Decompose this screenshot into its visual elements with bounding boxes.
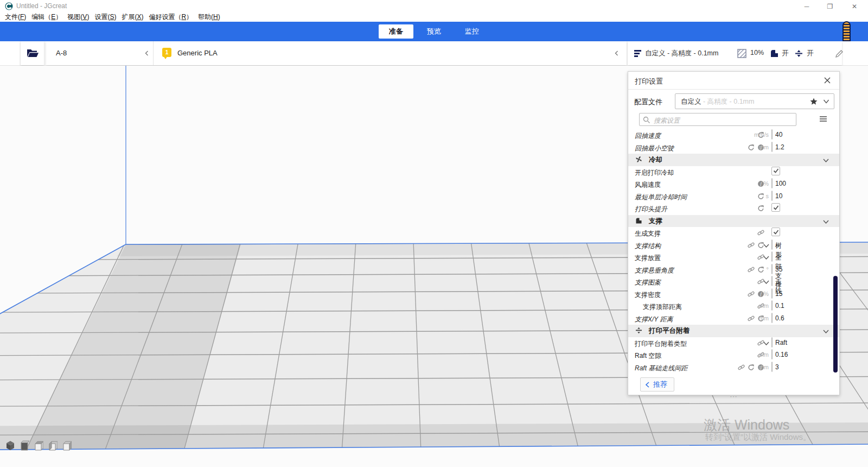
setting-input[interactable]: 3mm	[771, 362, 773, 372]
chevron-left-icon	[614, 50, 620, 56]
setting-indicators	[757, 229, 764, 236]
setting-label: 支撑密度	[635, 291, 661, 300]
chevron-down-icon	[763, 340, 770, 347]
menu-item-h[interactable]: 帮助(H)	[195, 12, 223, 22]
view-top-icon[interactable]	[34, 440, 43, 451]
setting-label: Raft 基础走线间距	[635, 364, 687, 373]
setting-indicators	[757, 193, 764, 200]
search-icon	[643, 116, 650, 124]
minimize-button[interactable]: ─	[795, 0, 819, 13]
link-icon[interactable]	[748, 315, 755, 322]
fan-icon	[635, 156, 642, 163]
menu-item-x[interactable]: 扩展(X)	[119, 12, 146, 22]
setting-input[interactable]: 0.16mm	[771, 349, 773, 359]
stage-tab-1[interactable]: 预览	[417, 24, 451, 39]
pencil-icon[interactable]	[835, 50, 843, 58]
setting-value: 0.6	[775, 314, 784, 322]
star-icon[interactable]	[810, 98, 818, 105]
windows-activation-watermark: 激活 Windows	[704, 416, 789, 434]
setting-input[interactable]: 40mm/s	[771, 129, 773, 140]
link-icon[interactable]	[738, 364, 745, 371]
panel-resize-handle[interactable]: ···	[730, 393, 738, 400]
setting-unit: °	[767, 266, 769, 273]
setting-label: 回抽最小空驶	[635, 144, 674, 153]
menu-bar: 文件(F)编辑（E）视图(V)设置(S)扩展(X)偏好设置（R）帮助(H)	[0, 12, 868, 22]
setting-select[interactable]: 全部支撑	[771, 251, 773, 262]
open-file-button[interactable]	[21, 41, 44, 65]
settings-section-16[interactable]: 打印平台附着	[628, 325, 839, 337]
material-selector[interactable]: 1 Generic PLA	[154, 41, 627, 65]
print-settings-summary-button[interactable]: 自定义 - 高精度 - 0.1mm 10% 开 开	[628, 41, 842, 65]
menu-item-e[interactable]: 编辑（E）	[29, 12, 65, 22]
undo-icon[interactable]	[757, 266, 764, 273]
view-3d-icon[interactable]	[5, 440, 15, 451]
setting-row-10: 支撑放置全部支撑	[628, 251, 839, 264]
stage-tab-2[interactable]: 监控	[455, 24, 489, 39]
view-front-icon[interactable]	[20, 440, 29, 451]
menu-item-r[interactable]: 偏好设置（R）	[146, 12, 195, 22]
panel-close-icon[interactable]	[823, 76, 832, 85]
view-right-icon[interactable]	[62, 440, 72, 451]
close-button[interactable]: ✕	[843, 0, 866, 13]
menu-item-s[interactable]: 设置(S)	[92, 12, 119, 22]
profile-dropdown[interactable]: 自定义 - 高精度 - 0.1mm	[675, 93, 834, 109]
setting-row-13: 支撑密度f15%	[628, 288, 839, 301]
stage-tab-0[interactable]: 准备	[379, 24, 413, 39]
setting-select[interactable]: Raft	[771, 337, 773, 348]
section-chevron-icon	[822, 218, 829, 225]
setting-checkbox[interactable]	[771, 228, 780, 236]
setting-input[interactable]: 35°	[771, 264, 773, 274]
setting-select[interactable]: 走线	[771, 276, 773, 286]
setting-select[interactable]: 树形	[771, 239, 773, 250]
setting-input[interactable]: 10s	[771, 191, 773, 201]
restore-button[interactable]: ❐	[818, 0, 842, 13]
summary-adhesion: 开	[807, 49, 814, 58]
setting-input[interactable]: 15%	[771, 288, 773, 299]
setting-indicators	[748, 266, 764, 273]
checkmark-icon	[773, 204, 780, 211]
link-icon[interactable]	[748, 291, 755, 298]
undo-icon[interactable]	[757, 205, 764, 212]
setting-input[interactable]: 1.2mm	[771, 142, 773, 152]
view-left-icon[interactable]	[48, 440, 58, 451]
section-label: 打印平台附着	[649, 326, 690, 336]
setting-row-14: 支撑顶部距离0.1mm	[628, 300, 839, 313]
windows-activation-watermark-sub: 转到“设置”以激活 Windows。	[705, 432, 811, 443]
printer-selector[interactable]: A-8	[46, 41, 154, 65]
setting-row-11: 支撑悬垂角度35°	[628, 264, 839, 276]
setting-row-5: 最短单层冷却时间10s	[628, 191, 839, 203]
setting-value: 3	[775, 363, 779, 371]
undo-icon[interactable]	[748, 144, 755, 151]
link-icon[interactable]	[748, 266, 755, 273]
undo-icon[interactable]	[748, 364, 755, 371]
setting-row-8: 生成支撑	[628, 227, 839, 239]
setting-unit: mm	[759, 351, 769, 358]
setting-checkbox[interactable]	[771, 203, 780, 212]
setting-unit: mm	[759, 364, 769, 370]
setting-checkbox[interactable]	[771, 167, 780, 175]
setting-row-19: Raft 基础走线间距f3mm	[628, 362, 839, 374]
setting-input[interactable]: 0.1mm	[771, 300, 773, 311]
material-name: Generic PLA	[177, 49, 218, 57]
recommended-label: 推荐	[653, 380, 667, 389]
scrollbar-thumb[interactable]	[833, 276, 838, 373]
link-icon[interactable]	[748, 242, 755, 249]
setting-value: Raft	[775, 339, 787, 346]
settings-section-7[interactable]: 支撑	[628, 215, 839, 228]
search-placeholder: 搜索设置	[654, 116, 680, 125]
setting-label: 支撑图案	[635, 278, 661, 287]
setting-input[interactable]: 0.6mm	[771, 313, 773, 323]
settings-menu-icon[interactable]	[819, 115, 827, 123]
menu-item-f[interactable]: 文件(F)	[2, 12, 29, 22]
setting-input[interactable]: 100%	[771, 178, 773, 188]
summary-support: 开	[782, 49, 789, 58]
search-input[interactable]: 搜索设置	[639, 113, 796, 126]
menu-item-v[interactable]: 视图(V)	[65, 12, 92, 22]
recommended-mode-button[interactable]: 推荐	[640, 377, 674, 392]
section-label: 支撑	[649, 217, 662, 226]
undo-icon[interactable]	[757, 193, 764, 200]
link-icon[interactable]	[757, 229, 764, 236]
setting-row-9: 支撑结构树形	[628, 239, 839, 252]
chevron-down-icon	[763, 242, 770, 249]
settings-section-2[interactable]: 冷却	[628, 154, 839, 166]
